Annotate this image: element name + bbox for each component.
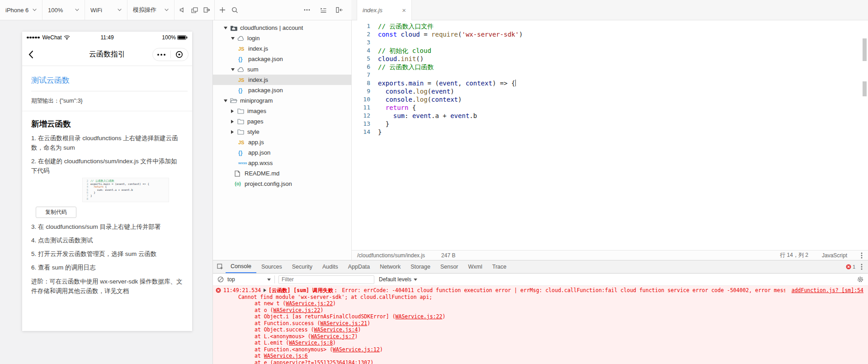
- collapse-panel-icon[interactable]: [334, 0, 345, 20]
- more-icon[interactable]: [302, 0, 312, 20]
- stack-source-link[interactable]: WAService.js:4: [314, 326, 358, 333]
- code-line-12: 12 sum: event.a + event.b: [352, 112, 868, 120]
- tree-item-images[interactable]: images: [213, 106, 351, 116]
- filter-input[interactable]: [278, 275, 374, 284]
- console-menu-icon[interactable]: [861, 264, 863, 270]
- stack-frame-line: at Object.success (WAService.js:4): [213, 326, 868, 333]
- tree-item-app.json[interactable]: {}app.json: [213, 147, 351, 158]
- editor-menu-icon[interactable]: [861, 252, 863, 259]
- console-tab-appdata[interactable]: AppData: [343, 260, 375, 273]
- console-tab-console[interactable]: Console: [226, 260, 256, 273]
- tree-item-pages[interactable]: pages: [213, 116, 351, 127]
- tree-item-package.json[interactable]: {}package.json: [213, 54, 351, 64]
- outline-icon[interactable]: [318, 0, 329, 20]
- error-count-badge[interactable]: 1: [846, 264, 855, 269]
- inspect-icon[interactable]: [215, 260, 226, 273]
- code-area[interactable]: 1// 云函数入口文件2const cloud = require('wx-se…: [352, 20, 868, 136]
- line-number: 2: [352, 30, 378, 38]
- advanced-note: 进阶：可在云函数中使用 wx-server-sdk 操作数据库、文件存储和调用其…: [31, 277, 183, 296]
- clear-console-icon[interactable]: [217, 276, 224, 283]
- tree-item-app.js[interactable]: JSapp.js: [213, 137, 351, 147]
- stack-source-link[interactable]: WAService.js:8: [289, 340, 333, 346]
- code-text: // 云函数入口文件: [378, 22, 434, 30]
- stack-source-link[interactable]: WAService.js:6: [264, 353, 308, 359]
- code-line-3: 3: [352, 38, 868, 47]
- line-number: 11: [352, 104, 378, 112]
- tree-item-miniprogram[interactable]: miniprogram: [213, 95, 351, 106]
- code-token: context: [466, 80, 492, 87]
- chevron-collapsed-icon[interactable]: [231, 120, 237, 123]
- capsule-close-icon[interactable]: [171, 48, 189, 61]
- simulate-menu[interactable]: 模拟操作: [127, 0, 175, 20]
- stack-source-link[interactable]: WAService.js:12: [333, 346, 380, 353]
- file-path-label: /cloudfunctions/sum/index.js: [357, 252, 425, 259]
- zoom-selector[interactable]: 100%: [42, 0, 85, 20]
- console-tab-wxml[interactable]: Wxml: [463, 260, 487, 273]
- back-icon[interactable]: [28, 50, 33, 59]
- console-tab-trace[interactable]: Trace: [487, 260, 512, 273]
- log-level-selector[interactable]: Default levels: [379, 276, 417, 283]
- stack-source-link[interactable]: WAService.js:22: [286, 300, 333, 307]
- test-cloudfunction-link[interactable]: 测试云函数: [31, 75, 183, 85]
- device-selector[interactable]: iPhone 6: [0, 0, 42, 20]
- line-number: 14: [352, 128, 378, 136]
- tree-item-app.wxss[interactable]: wxssapp.wxss: [213, 158, 351, 168]
- console-tab-audits[interactable]: Audits: [317, 260, 343, 273]
- stack-frame-line: at L.<anonymous> (WAService.js:7): [213, 333, 868, 340]
- chevron-expanded-icon[interactable]: [224, 99, 230, 102]
- scrollbar-thumb[interactable]: [863, 38, 867, 61]
- chevron-expanded-icon[interactable]: [224, 27, 230, 29]
- context-selector[interactable]: top: [227, 276, 271, 283]
- search-icon[interactable]: [229, 0, 240, 20]
- stack-source-link[interactable]: appservice?t=1551325364184:1307: [274, 359, 371, 364]
- editor-tabbar: index.js ×: [351, 0, 868, 20]
- stack-source-link[interactable]: WAService.js:7: [311, 333, 355, 340]
- stack-source-link[interactable]: WAService.js:22: [396, 313, 443, 320]
- folder-icon: [237, 129, 246, 135]
- settings-gear-icon[interactable]: [857, 276, 863, 283]
- console-tab-security[interactable]: Security: [287, 260, 317, 273]
- simulate-label: 模拟操作: [133, 6, 156, 14]
- tree-item-login[interactable]: login: [213, 33, 351, 43]
- tree-item-index.js[interactable]: JSindex.js: [213, 43, 351, 54]
- chevron-expanded-icon[interactable]: [231, 68, 237, 71]
- console-tabbar-right: 1: [846, 260, 868, 273]
- tree-item-README.md[interactable]: README.md: [213, 168, 351, 179]
- tree-header-tools: [302, 0, 351, 20]
- sound-icon[interactable]: [177, 0, 188, 20]
- tree-item-style[interactable]: style: [213, 127, 351, 137]
- console-tab-storage[interactable]: Storage: [406, 260, 435, 273]
- scrollbar-mark[interactable]: [863, 81, 867, 96]
- code-token: :: [405, 112, 412, 119]
- tree-item-sum[interactable]: sum: [213, 64, 351, 75]
- code-token: context: [431, 96, 458, 103]
- editor-tab-indexjs[interactable]: index.js ×: [357, 0, 412, 20]
- chevron-collapsed-icon[interactable]: [231, 109, 237, 113]
- network-selector[interactable]: WiFi: [85, 0, 127, 20]
- console-tab-sources[interactable]: Sources: [256, 260, 287, 273]
- screenshot-icon[interactable]: [189, 0, 200, 20]
- network-label: WiFi: [90, 7, 102, 14]
- stack-source-link[interactable]: WAService.js:21: [320, 320, 367, 326]
- stack-text: at new t (: [255, 300, 286, 307]
- stack-source-link[interactable]: WAService.js:22: [274, 307, 321, 313]
- code-token: cloud: [378, 55, 397, 62]
- plus-icon[interactable]: [217, 0, 228, 20]
- chevron-expanded-icon[interactable]: [231, 37, 237, 40]
- tree-item-project.config.json[interactable]: {o}project.config.json: [213, 179, 351, 189]
- tree-item-package.json[interactable]: {}package.json: [213, 85, 351, 95]
- code-line-11: 11 return {: [352, 104, 868, 112]
- code-token: // 云函数入口函数: [378, 63, 434, 71]
- close-icon[interactable]: ×: [402, 6, 406, 14]
- tree-item-cloudfunctions | account[interactable]: cloudfunctions | account: [213, 23, 351, 33]
- source-link[interactable]: addFunction.js? [sm]:54: [792, 287, 863, 293]
- console-tab-sensor[interactable]: Sensor: [435, 260, 463, 273]
- console-tab-network[interactable]: Network: [375, 260, 406, 273]
- chevron-collapsed-icon[interactable]: [231, 130, 237, 134]
- copy-code-button[interactable]: 复制代码: [36, 207, 76, 218]
- capsule-menu-icon[interactable]: [153, 48, 170, 61]
- popout-icon[interactable]: [201, 0, 212, 20]
- clock-label: 11:49: [22, 34, 192, 41]
- tree-item-index.js[interactable]: JSindex.js: [213, 75, 351, 85]
- expand-triangle-icon[interactable]: [264, 288, 266, 292]
